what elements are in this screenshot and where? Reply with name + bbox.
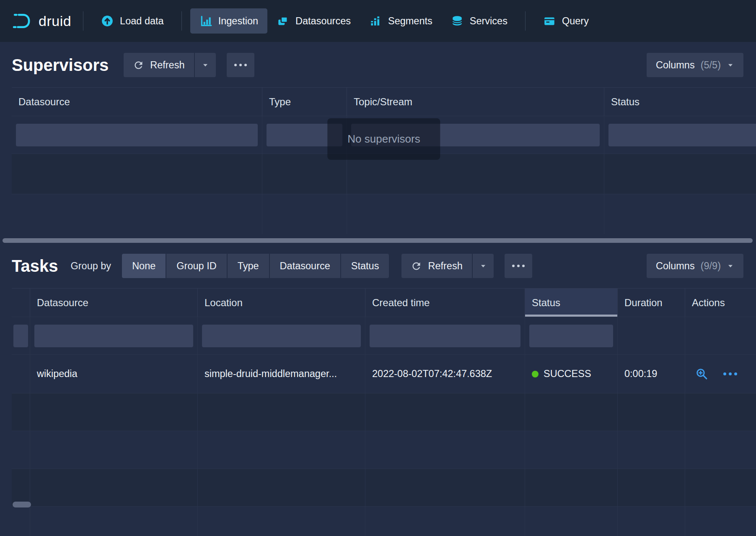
column-header-status[interactable]: Status [604, 88, 756, 116]
nav-item-query[interactable]: Query [534, 8, 598, 34]
brand-text: druid [39, 13, 71, 29]
column-header-created-time[interactable]: Created time [365, 289, 525, 317]
column-header-type[interactable]: Type [262, 88, 347, 116]
group-by-type-button[interactable]: Type [228, 254, 269, 278]
tasks-refresh-split: Refresh [401, 254, 493, 278]
columns-count: (9/9) [701, 260, 721, 272]
tasks-title: Tasks [12, 257, 58, 276]
nav-divider [181, 11, 182, 31]
nav-item-label: Services [470, 16, 507, 27]
column-header-location[interactable]: Location [198, 289, 365, 317]
column-header-topic-stream[interactable]: Topic/Stream [347, 88, 604, 116]
more-icon [234, 64, 247, 66]
table-row [12, 393, 756, 431]
services-icon [451, 15, 463, 27]
column-header-datasource[interactable]: Datasource [12, 88, 262, 116]
chevron-down-icon [727, 262, 734, 270]
datasource-filter-input[interactable] [16, 124, 258, 146]
tasks-table-header: Datasource Location Created time Status … [12, 288, 756, 317]
refresh-label: Refresh [428, 260, 462, 272]
supervisors-section: Supervisors Refresh Columns (5/5) [0, 42, 756, 243]
column-header-blank [12, 289, 30, 317]
group-by-buttons: None Group ID Type Datasource Status [122, 254, 389, 278]
supervisors-title: Supervisors [12, 56, 109, 75]
tasks-table: Datasource Location Created time Status … [12, 288, 756, 536]
nav-item-label: Load data [120, 16, 164, 27]
nav-divider [525, 11, 526, 31]
group-by-none-button[interactable]: None [122, 254, 166, 278]
nav-item-ingestion[interactable]: Ingestion [190, 8, 267, 34]
supervisors-more-button[interactable] [227, 53, 254, 77]
status-success-dot-icon [532, 371, 539, 377]
datasource-filter-input[interactable] [34, 325, 193, 347]
datasources-icon [277, 15, 289, 27]
columns-count: (5/5) [701, 60, 721, 71]
tasks-toolbar: Tasks Group by None Group ID Type Dataso… [0, 243, 756, 288]
view-detail-button[interactable] [695, 367, 708, 380]
no-supervisors-message: No supervisors [327, 118, 440, 160]
table-row [12, 431, 756, 468]
columns-label: Columns [656, 260, 695, 272]
tasks-filter-row [12, 317, 756, 354]
tasks-more-button[interactable] [505, 254, 532, 278]
druid-logo-icon [12, 11, 34, 31]
column-header-duration[interactable]: Duration [618, 289, 685, 317]
refresh-icon [411, 260, 422, 272]
group-by-status-button[interactable]: Status [341, 254, 389, 278]
nav-item-label: Ingestion [218, 16, 258, 27]
nav-item-services[interactable]: Services [442, 8, 517, 34]
row-actions-button[interactable] [723, 372, 737, 375]
nav-item-load-data[interactable]: Load data [92, 8, 173, 34]
nav-item-segments[interactable]: Segments [360, 8, 442, 34]
column-header-actions[interactable]: Actions [685, 289, 756, 317]
druid-logo[interactable]: druid [12, 11, 71, 31]
group-by-label: Group by [70, 260, 111, 272]
refresh-label: Refresh [150, 60, 184, 71]
horizontal-scrollbar[interactable] [3, 238, 753, 243]
location-filter-input[interactable] [202, 325, 361, 347]
supervisors-refresh-dropdown[interactable] [195, 53, 216, 77]
task-datasource-cell: wikipedia [30, 355, 198, 393]
supervisors-refresh-split: Refresh [124, 53, 215, 77]
group-by-group-id-button[interactable]: Group ID [166, 254, 226, 278]
created-time-filter-input[interactable] [370, 325, 520, 347]
column-header-status[interactable]: Status [525, 289, 618, 317]
task-location-cell: simple-druid-middlemanager... [198, 355, 365, 393]
group-by-datasource-button[interactable]: Datasource [270, 254, 340, 278]
scrollbar-thumb[interactable] [13, 502, 31, 507]
task-status-cell: SUCCESS [525, 355, 618, 393]
tasks-refresh-dropdown[interactable] [473, 254, 494, 278]
nav-item-label: Datasources [295, 16, 351, 27]
table-row [12, 194, 756, 234]
status-filter-input[interactable] [529, 325, 613, 347]
tasks-refresh-button[interactable]: Refresh [401, 254, 471, 278]
chevron-down-icon [727, 61, 734, 69]
query-icon [543, 15, 556, 27]
chevron-down-icon [479, 262, 487, 270]
chevron-down-icon [202, 61, 209, 69]
task-actions-cell [685, 355, 756, 393]
table-row [12, 468, 756, 506]
status-badge: SUCCESS [544, 368, 591, 380]
task-duration-cell: 0:00:19 [618, 355, 685, 393]
task-row-wikipedia: wikipedia simple-druid-middlemanager... … [12, 354, 756, 393]
tasks-section: Tasks Group by None Group ID Type Dataso… [0, 243, 756, 536]
status-filter-input[interactable] [608, 124, 756, 146]
column-header-datasource[interactable]: Datasource [30, 289, 198, 317]
nav-item-label: Segments [388, 16, 432, 27]
supervisors-columns-button[interactable]: Columns (5/5) [647, 53, 743, 77]
segments-icon [369, 15, 382, 27]
columns-label: Columns [656, 60, 695, 71]
nav-item-label: Query [562, 16, 589, 27]
supervisors-refresh-button[interactable]: Refresh [124, 53, 194, 77]
supervisors-table-header: Datasource Type Topic/Stream Status [12, 87, 756, 116]
supervisors-table: Datasource Type Topic/Stream Status No s… [12, 87, 756, 234]
table-row [12, 506, 756, 536]
narrow-filter-input[interactable] [13, 325, 28, 347]
nav-item-datasources[interactable]: Datasources [267, 8, 360, 34]
refresh-icon [133, 60, 144, 71]
supervisors-toolbar: Supervisors Refresh Columns (5/5) [0, 42, 756, 87]
ingestion-icon [199, 15, 212, 27]
nav-divider [83, 11, 83, 31]
tasks-columns-button[interactable]: Columns (9/9) [647, 254, 743, 278]
